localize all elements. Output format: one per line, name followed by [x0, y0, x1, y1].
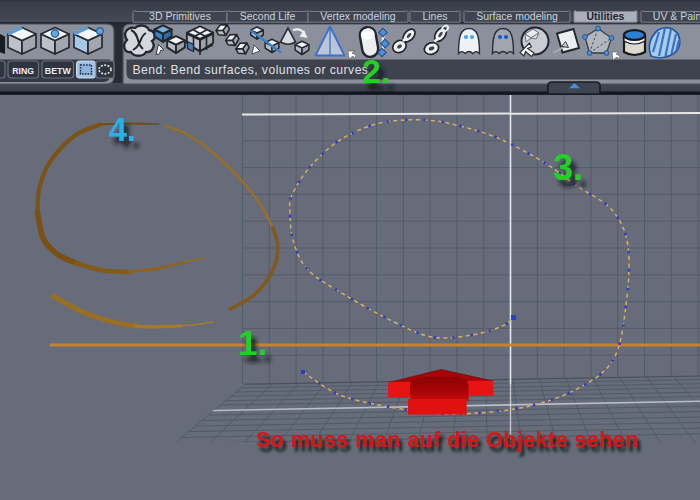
- svg-text:So muss man auf die Objekte se: So muss man auf die Objekte sehen: [256, 428, 639, 452]
- svg-text:Utilities: Utilities: [587, 10, 625, 22]
- svg-text:BETW: BETW: [45, 66, 72, 76]
- svg-text:3.: 3.: [553, 147, 583, 188]
- svg-text:RING: RING: [12, 66, 34, 76]
- svg-text:Second Life: Second Life: [240, 10, 296, 22]
- svg-text:Lines: Lines: [422, 10, 447, 22]
- svg-text:2.: 2.: [362, 52, 390, 90]
- svg-text:UV & Paint: UV & Paint: [653, 10, 700, 22]
- svg-text:Bend: Bend surfaces, volumes o: Bend: Bend surfaces, volumes or curves: [133, 63, 369, 77]
- svg-text:3D Primitives: 3D Primitives: [149, 10, 211, 22]
- svg-text:Vertex modeling: Vertex modeling: [320, 10, 395, 22]
- svg-text:Surface modeling: Surface modeling: [476, 10, 558, 22]
- svg-text:1.: 1.: [238, 323, 267, 362]
- svg-text:4.: 4.: [109, 111, 137, 148]
